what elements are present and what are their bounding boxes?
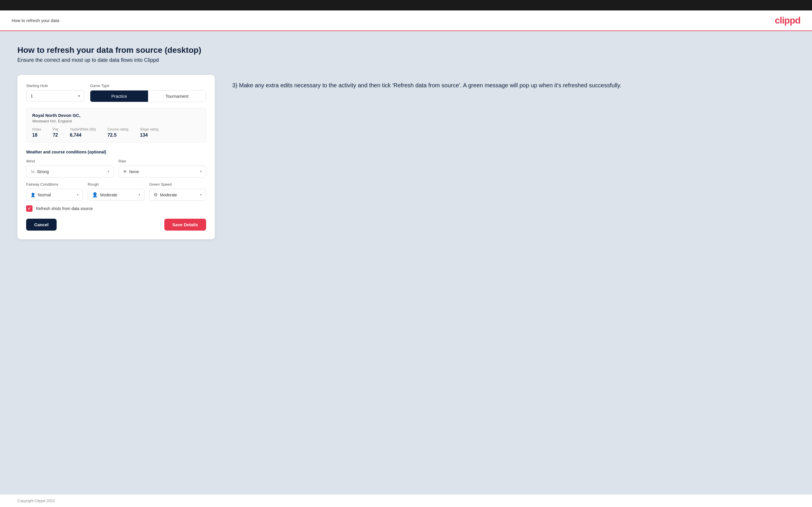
fairway-icon: 👤 — [31, 192, 36, 197]
save-button[interactable]: Save Details — [164, 219, 206, 231]
wind-select[interactable]: 🌬 Strong ▾ — [26, 166, 114, 177]
game-type-group: Game Type Practice Tournament — [90, 83, 206, 102]
starting-hole-group: Starting Hole 1 ▾ — [26, 83, 84, 102]
practice-button[interactable]: Practice — [90, 91, 148, 102]
rain-icon: ☀ — [123, 169, 127, 174]
refresh-label: Refresh shots from data source — [36, 206, 93, 211]
starting-hole-select[interactable]: 1 ▾ — [26, 90, 84, 102]
green-speed-group: Green Speed ⚙ Moderate ▾ — [149, 182, 206, 201]
course-location: Westward Ho!, England — [32, 119, 200, 123]
yards-label: Yards/White (M)) — [70, 127, 96, 131]
starting-hole-value: 1 — [31, 94, 33, 98]
fairway-group: Fairway Conditions 👤 Normal ▾ — [26, 182, 83, 201]
wind-icon: 🌬 — [31, 169, 35, 174]
rain-value: None — [129, 169, 198, 174]
course-stats: Holes 18 Par 72 Yards/White (M)) 6,744 C… — [32, 127, 200, 138]
yards-stat: Yards/White (M)) 6,744 — [70, 127, 96, 138]
green-speed-select[interactable]: ⚙ Moderate ▾ — [149, 189, 206, 201]
par-stat: Par 72 — [53, 127, 58, 138]
button-row: Cancel Save Details — [26, 219, 206, 231]
form-card: Starting Hole 1 ▾ Game Type Practice Tou… — [17, 75, 215, 239]
course-rating-label: Course rating — [107, 127, 128, 131]
par-value: 72 — [53, 132, 58, 138]
wind-chevron-icon: ▾ — [108, 170, 109, 173]
content-row: Starting Hole 1 ▾ Game Type Practice Tou… — [17, 75, 795, 239]
refresh-checkbox[interactable] — [26, 205, 33, 212]
fairway-rough-green-row: Fairway Conditions 👤 Normal ▾ Rough 👤 Mo… — [26, 182, 206, 201]
logo: clippd — [775, 15, 800, 26]
course-name: Royal North Devon GC, — [32, 113, 200, 118]
header-title: How to refresh your data — [12, 18, 59, 23]
cancel-button[interactable]: Cancel — [26, 219, 57, 231]
green-speed-value: Moderate — [160, 192, 198, 197]
rough-chevron-icon: ▾ — [139, 193, 140, 196]
wind-group: Wind 🌬 Strong ▾ — [26, 159, 114, 177]
page-heading: How to refresh your data from source (de… — [17, 46, 795, 55]
fairway-chevron-icon: ▾ — [77, 193, 79, 196]
wind-label: Wind — [26, 159, 114, 163]
fairway-label: Fairway Conditions — [26, 182, 83, 186]
holes-label: Holes — [32, 127, 41, 131]
holes-stat: Holes 18 — [32, 127, 41, 138]
course-rating-stat: Course rating 72.5 — [107, 127, 128, 138]
wind-rain-row: Wind 🌬 Strong ▾ Rain ☀ None ▾ — [26, 159, 206, 177]
top-form-row: Starting Hole 1 ▾ Game Type Practice Tou… — [26, 83, 206, 102]
green-speed-icon: ⚙ — [154, 192, 158, 198]
rough-label: Rough — [88, 182, 145, 186]
yards-value: 6,744 — [70, 132, 96, 138]
refresh-row: Refresh shots from data source — [26, 205, 206, 212]
slope-rating-label: Slope rating — [140, 127, 158, 131]
footer: Copyright Clippd 2022 — [0, 495, 812, 507]
tournament-button[interactable]: Tournament — [148, 91, 206, 102]
course-info-box: Royal North Devon GC, Westward Ho!, Engl… — [26, 108, 206, 143]
green-speed-label: Green Speed — [149, 182, 206, 186]
header: How to refresh your data clippd — [0, 10, 812, 31]
game-type-label: Game Type — [90, 83, 206, 88]
copyright-text: Copyright Clippd 2022 — [17, 499, 55, 503]
course-rating-value: 72.5 — [107, 132, 128, 138]
page-subheading: Ensure the correct and most up to date d… — [17, 57, 795, 63]
fairway-value: Normal — [38, 192, 74, 197]
par-label: Par — [53, 127, 58, 131]
holes-value: 18 — [32, 132, 41, 138]
slope-rating-value: 134 — [140, 132, 158, 138]
starting-hole-chevron-icon: ▾ — [78, 94, 80, 98]
green-speed-chevron-icon: ▾ — [200, 193, 202, 196]
slope-rating-stat: Slope rating 134 — [140, 127, 158, 138]
conditions-section-label: Weather and course conditions (optional) — [26, 150, 206, 154]
starting-hole-label: Starting Hole — [26, 83, 84, 88]
rough-group: Rough 👤 Moderate ▾ — [88, 182, 145, 201]
sidebar-text-area: 3) Make any extra edits necessary to the… — [232, 75, 795, 90]
wind-value: Strong — [37, 169, 105, 174]
game-type-buttons: Practice Tournament — [90, 90, 206, 102]
rough-icon: 👤 — [92, 192, 98, 198]
rain-group: Rain ☀ None ▾ — [118, 159, 206, 177]
fairway-select[interactable]: 👤 Normal ▾ — [26, 189, 83, 201]
rain-select[interactable]: ☀ None ▾ — [118, 166, 206, 177]
rough-select[interactable]: 👤 Moderate ▾ — [88, 189, 145, 201]
main-content: How to refresh your data from source (de… — [0, 31, 812, 495]
sidebar-description: 3) Make any extra edits necessary to the… — [232, 80, 795, 90]
rain-chevron-icon: ▾ — [200, 170, 202, 173]
rough-value: Moderate — [100, 192, 136, 197]
rain-label: Rain — [118, 159, 206, 163]
